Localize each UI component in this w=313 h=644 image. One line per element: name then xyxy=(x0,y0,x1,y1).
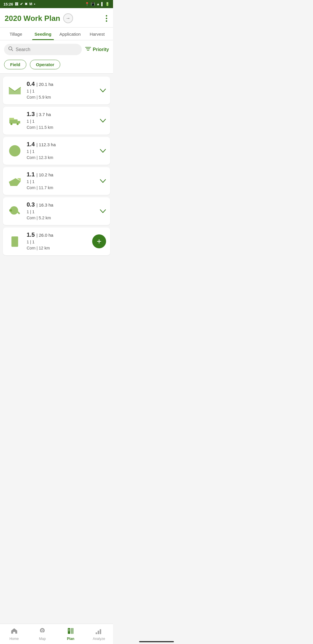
search-row: Priority xyxy=(0,40,113,58)
svg-point-11 xyxy=(9,145,20,156)
more-options-button[interactable] xyxy=(105,14,108,23)
expand-chevron[interactable] xyxy=(100,117,106,124)
svg-line-1 xyxy=(12,50,13,51)
search-field-wrap[interactable] xyxy=(4,44,82,55)
svg-rect-6 xyxy=(9,120,17,124)
field-icon-magnifier xyxy=(7,203,23,219)
tab-seeding[interactable]: Seeding xyxy=(30,28,57,40)
arrow-icon: → xyxy=(66,16,70,21)
filter-icon xyxy=(85,46,91,53)
dot-icon: • xyxy=(34,2,35,6)
field-icon-arrow xyxy=(7,173,23,189)
photo-icon: 🖼 xyxy=(15,2,18,6)
location-icon: 📍 xyxy=(85,2,89,6)
field-icon-rectangle xyxy=(7,234,23,249)
item-info: 1.1 | 10.2 ha 1 | 1 Corn | 11.7 km xyxy=(27,171,96,191)
priority-label: Priority xyxy=(93,47,109,52)
expand-chevron[interactable] xyxy=(100,87,106,94)
svg-rect-17 xyxy=(11,236,18,247)
field-icon-envelope xyxy=(7,83,23,98)
header: 2020 Work Plan → xyxy=(0,8,113,28)
field-icon-circle xyxy=(7,143,23,159)
tab-harvest[interactable]: Harvest xyxy=(84,28,111,40)
item-info: 1.3 | 3.7 ha 1 | 1 Corn | 11.5 km xyxy=(27,111,96,131)
item-info: 0.4 | 20.1 ha 1 | 1 Corn | 5.9 km xyxy=(27,81,96,100)
mail-icon: M xyxy=(29,2,32,6)
tab-bar: Tillage Seeding Application Harvest xyxy=(0,28,113,40)
status-bar: 15:26 🖼 ✔ ✖ M • 📍 📳 ▲ ▌ 🔋 xyxy=(0,0,113,8)
more-dot xyxy=(106,18,107,19)
svg-rect-10 xyxy=(9,118,14,120)
svg-point-8 xyxy=(10,123,12,125)
navigate-button[interactable]: → xyxy=(63,13,73,23)
battery-icon: 🔋 xyxy=(105,2,110,6)
list-item: 1.1 | 10.2 ha 1 | 1 Corn | 11.7 km xyxy=(3,167,110,195)
search-icon xyxy=(8,46,13,53)
list-item: 1.3 | 3.7 ha 1 | 1 Corn | 11.5 km xyxy=(3,107,110,135)
list-item: 1.4 | 112.3 ha 1 | 1 Corn | 12.3 km xyxy=(3,137,110,165)
svg-point-9 xyxy=(17,123,19,125)
add-button[interactable]: + xyxy=(92,234,106,248)
filter-chip-field[interactable]: Field xyxy=(4,60,26,69)
list-item: 0.4 | 20.1 ha 1 | 1 Corn | 5.9 km xyxy=(3,77,110,104)
check-icon: ✔ xyxy=(20,2,23,6)
list-item: 1.5 | 26.0 ha 1 | 1 Corn | 12 km + xyxy=(3,227,110,255)
vibrate-icon: 📳 xyxy=(91,2,95,6)
search-input[interactable] xyxy=(16,47,78,52)
item-info: 1.4 | 112.3 ha 1 | 1 Corn | 12.3 km xyxy=(27,141,96,161)
more-dot xyxy=(106,20,107,22)
page-title: 2020 Work Plan xyxy=(5,14,60,23)
wifi-icon: ▲ xyxy=(97,2,100,6)
status-time: 15:26 xyxy=(3,2,13,6)
tab-tillage[interactable]: Tillage xyxy=(2,28,30,40)
cross-icon: ✖ xyxy=(25,2,28,6)
more-dot xyxy=(106,15,107,17)
field-icon-truck xyxy=(7,113,23,129)
item-info: 1.5 | 26.0 ha 1 | 1 Corn | 12 km xyxy=(27,231,88,251)
filter-row: Field Operator xyxy=(0,58,113,74)
signal-icon: ▌ xyxy=(101,2,104,6)
expand-chevron[interactable] xyxy=(100,177,106,185)
list-item: 0.3 | 16.3 ha 1 | 1 Corn | 5.2 km xyxy=(3,197,110,225)
tab-application[interactable]: Application xyxy=(57,28,84,40)
priority-button[interactable]: Priority xyxy=(85,46,109,53)
filter-chip-operator[interactable]: Operator xyxy=(30,60,60,69)
item-info: 0.3 | 16.3 ha 1 | 1 Corn | 5.2 km xyxy=(27,201,96,221)
plus-icon: + xyxy=(97,237,101,246)
svg-rect-16 xyxy=(9,209,12,211)
work-plan-list: 0.4 | 20.1 ha 1 | 1 Corn | 5.9 km 1. xyxy=(0,74,113,278)
expand-chevron[interactable] xyxy=(100,207,106,215)
expand-chevron[interactable] xyxy=(100,147,106,155)
